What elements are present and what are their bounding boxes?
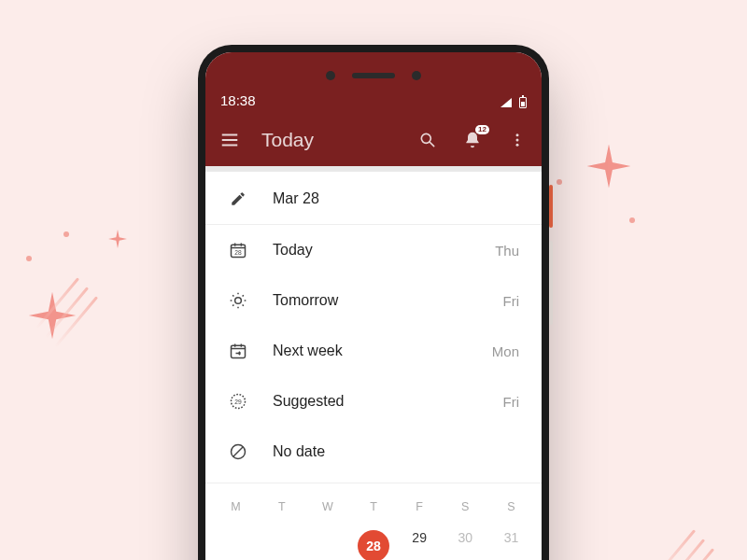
calendar-day[interactable]: 31 (488, 521, 534, 560)
svg-point-2 (516, 139, 519, 142)
decorative-sparkle (108, 230, 127, 248)
calendar-weekday: T (259, 500, 304, 513)
phone-speaker (326, 71, 421, 80)
menu-icon[interactable] (217, 127, 243, 153)
sun-icon (228, 290, 248, 311)
calendar-weekday: T (350, 500, 396, 513)
calendar: MTWTFSS 28293031 April 2019 1234567 8910… (205, 489, 542, 560)
app-bar: Today 12 (205, 114, 542, 166)
status-bar: 18:38 (205, 52, 542, 114)
date-input-row[interactable]: Mar 28 (205, 172, 542, 224)
quickdate-option[interactable]: No date (205, 427, 542, 477)
overflow-icon[interactable] (504, 127, 530, 153)
decorative-dot (629, 217, 635, 223)
quickdate-label: Today (273, 242, 495, 259)
notifications-icon[interactable]: 12 (459, 127, 486, 153)
nodate-icon (228, 441, 248, 462)
decorative-dot (63, 231, 69, 237)
quickdate-day: Fri (503, 394, 520, 410)
page-title: Today (261, 129, 396, 151)
power-button (549, 185, 553, 228)
pencil-icon (228, 189, 248, 209)
svg-point-6 (235, 298, 242, 304)
battery-icon (519, 97, 527, 108)
calendar-weekday-header: MTWTFSS (213, 493, 534, 521)
calendar-day-selected[interactable]: 28 (350, 521, 396, 560)
calendar-day (213, 521, 259, 560)
notification-badge: 12 (475, 125, 489, 134)
svg-text:29: 29 (234, 399, 242, 405)
calendar-suggest-icon: 29 (228, 391, 248, 412)
calendar-weekday: S (443, 500, 488, 513)
calendar-next-icon (228, 341, 248, 361)
svg-point-1 (516, 133, 519, 136)
quickdate-label: Tomorrow (273, 292, 503, 309)
quickdate-option[interactable]: Next weekMon (205, 326, 542, 376)
date-input-value: Mar 28 (273, 190, 519, 207)
status-time: 18:38 (220, 92, 500, 108)
decorative-dot (26, 256, 32, 261)
quickdate-label: Suggested (273, 393, 503, 410)
calendar-weekday: W (304, 500, 350, 513)
calendar-day (304, 521, 350, 560)
calendar-day[interactable]: 30 (443, 521, 488, 560)
signal-icon (500, 98, 512, 107)
volume-button (549, 241, 553, 325)
calendar-day[interactable]: 29 (397, 521, 443, 560)
quickdate-option[interactable]: 28TodayThu (205, 225, 542, 275)
quickdate-label: No date (273, 443, 519, 460)
phone-frame: 18:38 Today 12 (198, 45, 549, 560)
quickdate-day: Mon (492, 343, 519, 359)
quickdate-label: Next week (273, 343, 492, 359)
decorative-sparkle (587, 145, 631, 189)
calendar-today-icon: 28 (228, 240, 248, 260)
calendar-day (259, 521, 304, 560)
search-icon[interactable] (415, 127, 441, 153)
svg-text:28: 28 (234, 249, 242, 256)
svg-rect-7 (232, 345, 246, 357)
quickdate-day: Thu (495, 243, 519, 259)
quickdate-option[interactable]: TomorrowFri (205, 275, 542, 326)
svg-point-3 (516, 144, 519, 147)
quickdate-option[interactable]: 29SuggestedFri (205, 376, 542, 427)
date-picker-sheet: Mar 28 28TodayThuTomorrowFriNext weekMon… (205, 166, 542, 560)
svg-point-0 (421, 133, 430, 143)
calendar-weekday: M (213, 500, 259, 513)
calendar-weekday: S (488, 500, 534, 513)
decorative-dot (557, 179, 562, 185)
calendar-weekday: F (397, 500, 443, 513)
quickdate-day: Fri (503, 293, 520, 309)
